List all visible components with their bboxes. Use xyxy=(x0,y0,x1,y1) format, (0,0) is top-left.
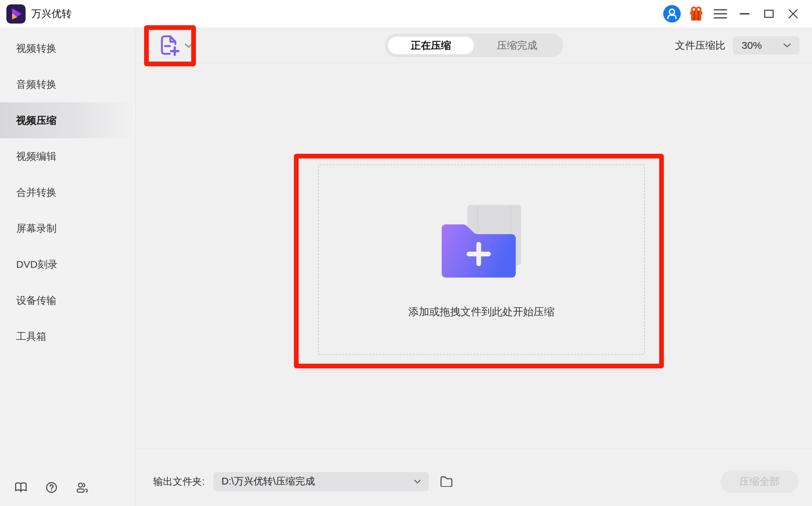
chevron-down-icon xyxy=(184,43,193,48)
output-folder-label: 输出文件夹: xyxy=(153,477,205,486)
chevron-down-icon xyxy=(783,43,791,48)
close-icon xyxy=(788,9,798,19)
tab-compression-complete[interactable]: 压缩完成 xyxy=(474,37,560,54)
question-help-icon xyxy=(46,482,57,493)
sidebar-item-video-convert[interactable]: 视频转换 xyxy=(0,30,135,66)
sidebar-item-video-compress[interactable]: 视频压缩 xyxy=(0,102,135,138)
footer-bar: 输出文件夹: D:\万兴优转\压缩完成 压缩全部 xyxy=(136,448,812,506)
compression-ratio-group: 文件压缩比 30% xyxy=(675,36,800,55)
app-title: 万兴优转 xyxy=(31,9,72,19)
add-folder-icon xyxy=(442,205,521,278)
menu-button[interactable] xyxy=(712,5,729,23)
minimize-icon xyxy=(740,13,750,15)
folder-plus-icon xyxy=(442,224,516,278)
maximize-button[interactable] xyxy=(760,5,778,23)
sidebar-item-video-edit[interactable]: 视频编辑 xyxy=(0,138,135,174)
people-icon xyxy=(76,482,88,493)
output-folder-path: D:\万兴优转\压缩完成 xyxy=(222,475,315,488)
sidebar-nav: 视频转换 音频转换 视频压缩 视频编辑 合并转换 屏幕录制 DVD刻录 设备传输… xyxy=(0,28,135,354)
folder-outline-icon xyxy=(440,476,453,487)
chevron-down-icon xyxy=(414,479,421,484)
gift-promotion-button[interactable] xyxy=(687,5,705,23)
account-avatar-button[interactable] xyxy=(663,5,681,23)
titlebar: 万兴优转 xyxy=(0,0,812,28)
main-content: 添加或拖拽文件到此处开始压缩 xyxy=(136,63,812,448)
titlebar-controls xyxy=(656,5,802,23)
app-logo-icon xyxy=(6,4,26,24)
tab-compressing[interactable]: 正在压缩 xyxy=(388,37,474,54)
open-output-folder-button[interactable] xyxy=(440,476,453,487)
close-button[interactable] xyxy=(784,5,802,23)
sidebar-footer xyxy=(15,482,88,493)
sidebar: 视频转换 音频转换 视频压缩 视频编辑 合并转换 屏幕录制 DVD刻录 设备传输… xyxy=(0,28,136,506)
user-guide-button[interactable] xyxy=(15,482,27,493)
main-header: 正在压缩 压缩完成 文件压缩比 30% xyxy=(136,28,812,63)
maximize-icon xyxy=(764,10,774,18)
compression-tabs: 正在压缩 压缩完成 xyxy=(385,34,563,57)
sidebar-item-merge-convert[interactable]: 合并转换 xyxy=(0,174,135,210)
compression-ratio-select[interactable]: 30% xyxy=(733,36,800,55)
help-button[interactable] xyxy=(46,482,57,493)
user-avatar-icon xyxy=(663,5,681,23)
main-panel: 正在压缩 压缩完成 文件压缩比 30% xyxy=(136,28,812,506)
hamburger-menu-icon xyxy=(714,9,727,19)
sidebar-item-screen-record[interactable]: 屏幕录制 xyxy=(0,210,135,246)
sidebar-item-audio-convert[interactable]: 音频转换 xyxy=(0,66,135,102)
minimize-button[interactable] xyxy=(736,5,753,23)
compression-ratio-label: 文件压缩比 xyxy=(675,40,725,50)
sidebar-item-toolbox[interactable]: 工具箱 xyxy=(0,318,135,354)
book-icon xyxy=(15,482,27,493)
gift-icon xyxy=(689,6,703,21)
add-files-button[interactable] xyxy=(161,35,193,56)
file-dropzone[interactable]: 添加或拖拽文件到此处开始压缩 xyxy=(318,165,645,355)
sidebar-item-dvd-burn[interactable]: DVD刻录 xyxy=(0,246,135,282)
compress-all-button[interactable]: 压缩全部 xyxy=(720,470,799,493)
output-folder-select[interactable]: D:\万兴优转\压缩完成 xyxy=(213,472,429,491)
sidebar-item-device-transfer[interactable]: 设备传输 xyxy=(0,282,135,318)
dropzone-hint-text: 添加或拖拽文件到此处开始压缩 xyxy=(319,306,644,317)
contact-button[interactable] xyxy=(76,482,88,493)
add-file-icon xyxy=(161,35,179,56)
compression-ratio-value: 30% xyxy=(742,40,762,51)
